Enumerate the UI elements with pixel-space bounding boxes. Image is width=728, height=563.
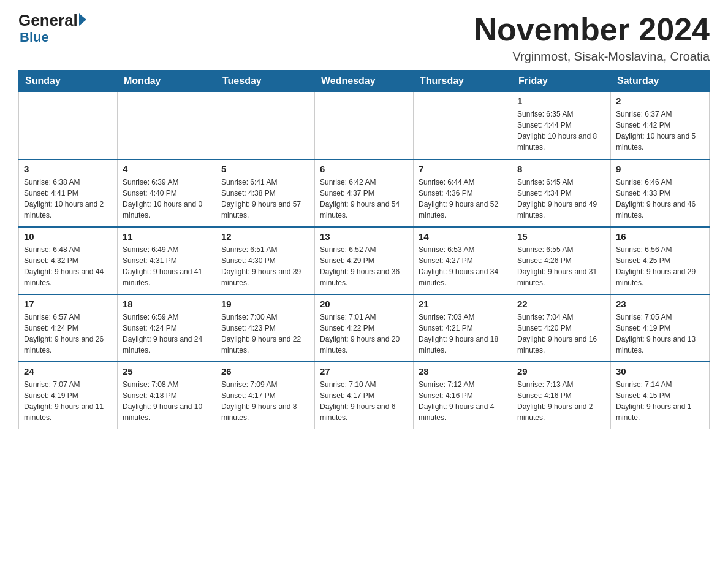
title-area: November 2024 Vrginmost, Sisak-Moslavina… [474,12,710,64]
calendar-cell: 27Sunrise: 7:10 AM Sunset: 4:17 PM Dayli… [315,362,414,429]
calendar-cell [414,92,512,159]
day-number: 6 [320,164,408,174]
calendar-cell: 5Sunrise: 6:41 AM Sunset: 4:38 PM Daylig… [216,159,315,227]
month-title: November 2024 [474,12,710,47]
day-info: Sunrise: 7:09 AM Sunset: 4:17 PM Dayligh… [221,379,309,423]
day-number: 7 [419,164,507,174]
day-info: Sunrise: 6:41 AM Sunset: 4:38 PM Dayligh… [221,177,309,221]
calendar-cell: 25Sunrise: 7:08 AM Sunset: 4:18 PM Dayli… [118,362,216,429]
calendar-cell: 22Sunrise: 7:04 AM Sunset: 4:20 PM Dayli… [512,294,611,362]
calendar-cell [19,92,118,159]
day-info: Sunrise: 6:57 AM Sunset: 4:24 PM Dayligh… [24,312,112,356]
day-info: Sunrise: 7:01 AM Sunset: 4:22 PM Dayligh… [320,312,408,356]
calendar-cell: 7Sunrise: 6:44 AM Sunset: 4:36 PM Daylig… [414,159,512,227]
day-info: Sunrise: 6:48 AM Sunset: 4:32 PM Dayligh… [24,244,112,288]
calendar-cell: 8Sunrise: 6:45 AM Sunset: 4:34 PM Daylig… [512,159,611,227]
day-number: 22 [517,299,605,309]
week-row-4: 17Sunrise: 6:57 AM Sunset: 4:24 PM Dayli… [19,294,710,362]
day-info: Sunrise: 6:38 AM Sunset: 4:41 PM Dayligh… [24,177,112,221]
day-info: Sunrise: 6:51 AM Sunset: 4:30 PM Dayligh… [221,244,309,288]
calendar-cell: 29Sunrise: 7:13 AM Sunset: 4:16 PM Dayli… [512,362,611,429]
day-info: Sunrise: 6:37 AM Sunset: 4:42 PM Dayligh… [616,109,704,153]
day-number: 8 [517,164,605,174]
day-number: 28 [419,366,507,377]
day-number: 25 [123,366,211,377]
weekday-header-monday: Monday [118,71,216,92]
day-info: Sunrise: 6:42 AM Sunset: 4:37 PM Dayligh… [320,177,408,221]
day-info: Sunrise: 7:08 AM Sunset: 4:18 PM Dayligh… [123,379,211,423]
calendar-cell: 18Sunrise: 6:59 AM Sunset: 4:24 PM Dayli… [118,294,216,362]
day-number: 27 [320,366,408,377]
calendar-cell: 6Sunrise: 6:42 AM Sunset: 4:37 PM Daylig… [315,159,414,227]
day-number: 14 [419,231,507,242]
weekday-header-friday: Friday [512,71,611,92]
calendar-cell: 1Sunrise: 6:35 AM Sunset: 4:44 PM Daylig… [512,92,611,159]
day-number: 2 [616,96,704,106]
day-number: 4 [123,164,211,174]
day-info: Sunrise: 7:04 AM Sunset: 4:20 PM Dayligh… [517,312,605,356]
day-number: 12 [221,231,309,242]
weekday-header-tuesday: Tuesday [216,71,315,92]
day-number: 29 [517,366,605,377]
day-number: 18 [123,299,211,309]
calendar-cell: 28Sunrise: 7:12 AM Sunset: 4:16 PM Dayli… [414,362,512,429]
day-info: Sunrise: 6:49 AM Sunset: 4:31 PM Dayligh… [123,244,211,288]
day-number: 19 [221,299,309,309]
day-info: Sunrise: 7:07 AM Sunset: 4:19 PM Dayligh… [24,379,112,423]
week-row-2: 3Sunrise: 6:38 AM Sunset: 4:41 PM Daylig… [19,159,710,227]
week-row-5: 24Sunrise: 7:07 AM Sunset: 4:19 PM Dayli… [19,362,710,429]
day-number: 26 [221,366,309,377]
day-info: Sunrise: 7:05 AM Sunset: 4:19 PM Dayligh… [616,312,704,356]
calendar-cell: 21Sunrise: 7:03 AM Sunset: 4:21 PM Dayli… [414,294,512,362]
calendar-cell: 19Sunrise: 7:00 AM Sunset: 4:23 PM Dayli… [216,294,315,362]
calendar-cell: 2Sunrise: 6:37 AM Sunset: 4:42 PM Daylig… [611,92,710,159]
day-number: 21 [419,299,507,309]
calendar-cell [118,92,216,159]
calendar-cell: 15Sunrise: 6:55 AM Sunset: 4:26 PM Dayli… [512,227,611,294]
calendar-cell: 13Sunrise: 6:52 AM Sunset: 4:29 PM Dayli… [315,227,414,294]
day-info: Sunrise: 6:39 AM Sunset: 4:40 PM Dayligh… [123,177,211,221]
day-info: Sunrise: 6:46 AM Sunset: 4:33 PM Dayligh… [616,177,704,221]
day-info: Sunrise: 6:56 AM Sunset: 4:25 PM Dayligh… [616,244,704,288]
calendar-cell: 16Sunrise: 6:56 AM Sunset: 4:25 PM Dayli… [611,227,710,294]
day-info: Sunrise: 7:00 AM Sunset: 4:23 PM Dayligh… [221,312,309,356]
day-info: Sunrise: 7:10 AM Sunset: 4:17 PM Dayligh… [320,379,408,423]
day-number: 30 [616,366,704,377]
weekday-header-wednesday: Wednesday [315,71,414,92]
day-info: Sunrise: 6:59 AM Sunset: 4:24 PM Dayligh… [123,312,211,356]
week-row-3: 10Sunrise: 6:48 AM Sunset: 4:32 PM Dayli… [19,227,710,294]
calendar-cell: 14Sunrise: 6:53 AM Sunset: 4:27 PM Dayli… [414,227,512,294]
calendar-cell: 23Sunrise: 7:05 AM Sunset: 4:19 PM Dayli… [611,294,710,362]
day-number: 24 [24,366,112,377]
calendar-cell: 17Sunrise: 6:57 AM Sunset: 4:24 PM Dayli… [19,294,118,362]
calendar-cell: 20Sunrise: 7:01 AM Sunset: 4:22 PM Dayli… [315,294,414,362]
location-subtitle: Vrginmost, Sisak-Moslavina, Croatia [474,50,710,64]
logo: General Blue [18,12,86,45]
day-number: 17 [24,299,112,309]
day-number: 13 [320,231,408,242]
day-info: Sunrise: 6:52 AM Sunset: 4:29 PM Dayligh… [320,244,408,288]
day-number: 20 [320,299,408,309]
day-number: 11 [123,231,211,242]
calendar-cell: 9Sunrise: 6:46 AM Sunset: 4:33 PM Daylig… [611,159,710,227]
calendar: SundayMondayTuesdayWednesdayThursdayFrid… [18,70,710,429]
calendar-cell: 3Sunrise: 6:38 AM Sunset: 4:41 PM Daylig… [19,159,118,227]
weekday-header-saturday: Saturday [611,71,710,92]
day-number: 16 [616,231,704,242]
calendar-cell: 24Sunrise: 7:07 AM Sunset: 4:19 PM Dayli… [19,362,118,429]
calendar-cell: 12Sunrise: 6:51 AM Sunset: 4:30 PM Dayli… [216,227,315,294]
weekday-header-row: SundayMondayTuesdayWednesdayThursdayFrid… [19,71,710,92]
calendar-cell: 10Sunrise: 6:48 AM Sunset: 4:32 PM Dayli… [19,227,118,294]
day-info: Sunrise: 7:03 AM Sunset: 4:21 PM Dayligh… [419,312,507,356]
day-info: Sunrise: 7:13 AM Sunset: 4:16 PM Dayligh… [517,379,605,423]
header: General Blue November 2024 Vrginmost, Si… [18,12,710,64]
day-number: 15 [517,231,605,242]
calendar-cell: 30Sunrise: 7:14 AM Sunset: 4:15 PM Dayli… [611,362,710,429]
calendar-cell: 4Sunrise: 6:39 AM Sunset: 4:40 PM Daylig… [118,159,216,227]
day-info: Sunrise: 6:55 AM Sunset: 4:26 PM Dayligh… [517,244,605,288]
day-number: 3 [24,164,112,174]
day-info: Sunrise: 6:44 AM Sunset: 4:36 PM Dayligh… [419,177,507,221]
day-info: Sunrise: 6:53 AM Sunset: 4:27 PM Dayligh… [419,244,507,288]
logo-general: General [18,12,78,28]
week-row-1: 1Sunrise: 6:35 AM Sunset: 4:44 PM Daylig… [19,92,710,159]
